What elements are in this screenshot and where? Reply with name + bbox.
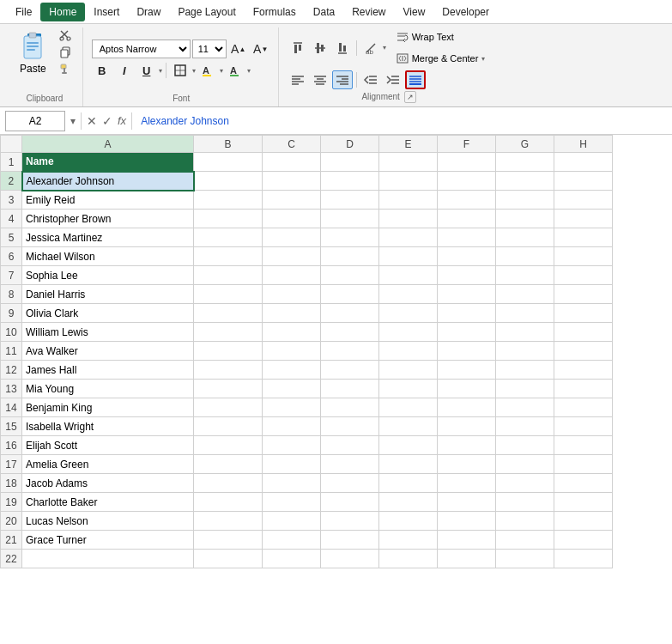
menu-item-page-layout[interactable]: Page Layout [169,3,244,21]
cell-b8[interactable] [194,285,263,304]
cell-h21[interactable] [554,531,613,550]
merge-center-button[interactable]: Merge & Center ▾ [391,49,491,68]
cell-b20[interactable] [194,512,263,531]
cell-f12[interactable] [438,361,496,380]
cell-e20[interactable] [379,512,438,531]
col-header-f[interactable]: F [438,136,496,153]
cell-h18[interactable] [554,474,613,493]
cell-c16[interactable] [263,436,321,455]
cell-a12[interactable]: James Hall [22,361,194,380]
cell-e8[interactable] [379,285,438,304]
cell-h1[interactable] [554,153,613,172]
cell-d12[interactable] [321,361,379,380]
align-middle-button[interactable] [310,39,330,58]
cell-c14[interactable] [263,398,321,417]
cell-b22[interactable] [194,550,263,568]
cell-h17[interactable] [554,455,613,474]
menu-item-review[interactable]: Review [343,3,394,21]
cell-c22[interactable] [263,550,321,568]
cell-d7[interactable] [321,266,379,285]
increase-font-button[interactable]: A▲ [228,39,249,58]
cell-f6[interactable] [438,247,496,266]
merge-dropdown[interactable]: ▾ [481,55,485,63]
cell-b15[interactable] [194,417,263,436]
cell-f21[interactable] [438,531,496,550]
cell-b11[interactable] [194,342,263,361]
cell-c10[interactable] [263,323,321,342]
cell-f16[interactable] [438,436,496,455]
cell-b12[interactable] [194,361,263,380]
cell-h5[interactable] [554,228,613,247]
cell-d4[interactable] [321,210,379,228]
cell-e19[interactable] [379,493,438,512]
cell-g19[interactable] [496,493,554,512]
cell-a3[interactable]: Emily Reid [22,191,194,210]
cell-a4[interactable]: Christopher Brown [22,210,194,228]
cell-e16[interactable] [379,436,438,455]
cell-e7[interactable] [379,266,438,285]
cell-g22[interactable] [496,550,554,568]
col-header-b[interactable]: B [194,136,263,153]
cell-b4[interactable] [194,210,263,228]
cell-b7[interactable] [194,266,263,285]
cell-c4[interactable] [263,210,321,228]
cell-h22[interactable] [554,550,613,568]
cell-c5[interactable] [263,228,321,247]
cell-a17[interactable]: Amelia Green [22,455,194,474]
cell-g12[interactable] [496,361,554,380]
cell-b9[interactable] [194,304,263,323]
cell-d9[interactable] [321,304,379,323]
cell-g11[interactable] [496,342,554,361]
cell-b14[interactable] [194,398,263,417]
fill-dropdown[interactable]: ▾ [220,67,223,75]
cell-a18[interactable]: Jacob Adams [22,474,194,493]
cell-f18[interactable] [438,474,496,493]
text-align-center-button[interactable] [310,70,330,89]
col-header-g[interactable]: G [496,136,554,153]
cell-g9[interactable] [496,304,554,323]
cell-f1[interactable] [438,153,496,172]
alignment-launcher[interactable]: ↗ [404,91,416,103]
menu-item-view[interactable]: View [395,3,434,21]
cell-b18[interactable] [194,474,263,493]
cell-h11[interactable] [554,342,613,361]
cell-h19[interactable] [554,493,613,512]
border-button[interactable] [170,61,191,80]
align-bottom-button[interactable] [332,39,353,58]
cell-e2[interactable] [379,172,438,191]
cell-f20[interactable] [438,512,496,531]
cell-b16[interactable] [194,436,263,455]
decrease-font-button[interactable]: A▼ [251,39,271,58]
cell-b19[interactable] [194,493,263,512]
cell-h9[interactable] [554,304,613,323]
col-header-a[interactable]: A [22,136,194,153]
wrap-text-button[interactable]: Wrap Text [391,27,491,46]
cell-c17[interactable] [263,455,321,474]
cell-c20[interactable] [263,512,321,531]
menu-item-draw[interactable]: Draw [128,3,169,21]
cell-e4[interactable] [379,210,438,228]
cell-e18[interactable] [379,474,438,493]
menu-item-formulas[interactable]: Formulas [245,3,305,21]
cell-g13[interactable] [496,380,554,398]
cell-g5[interactable] [496,228,554,247]
cell-b10[interactable] [194,323,263,342]
cell-d16[interactable] [321,436,379,455]
menu-item-insert[interactable]: Insert [85,3,128,21]
cell-d22[interactable] [321,550,379,568]
text-align-right-button[interactable] [332,70,353,89]
cell-g10[interactable] [496,323,554,342]
cell-h16[interactable] [554,436,613,455]
cell-f3[interactable] [438,191,496,210]
font-color-button[interactable]: A [225,61,245,80]
insert-function-icon[interactable]: fx [118,114,126,127]
cell-f4[interactable] [438,210,496,228]
cell-f14[interactable] [438,398,496,417]
cell-c1[interactable] [263,153,321,172]
cell-g4[interactable] [496,210,554,228]
font-size-select[interactable]: 11 [192,39,227,58]
cell-d5[interactable] [321,228,379,247]
cell-d1[interactable] [321,153,379,172]
cell-a19[interactable]: Charlotte Baker [22,493,194,512]
paste-button[interactable]: Paste [14,27,52,79]
